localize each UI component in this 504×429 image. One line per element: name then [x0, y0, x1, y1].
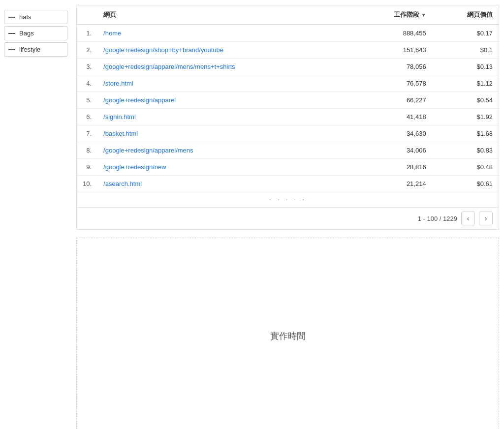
- sidebar-item-lifestyle[interactable]: lifestyle: [4, 42, 67, 57]
- funnel-header-with-dropdown[interactable]: 工作階段 ▼: [394, 10, 426, 19]
- pagination-row: 1 - 100 / 1229 ‹ ›: [77, 207, 499, 229]
- bottom-panel-label: 實作時間: [270, 330, 306, 342]
- row-url[interactable]: /google+redesign/new: [97, 159, 353, 176]
- row-url[interactable]: /signin.html: [97, 109, 353, 125]
- sidebar: hats Bags lifestyle: [0, 5, 71, 429]
- table-body: 1. /home 888,455 $0.17 2. /google+redesi…: [77, 25, 499, 192]
- row-num: 10.: [77, 176, 97, 192]
- page-url-link[interactable]: /google+redesign/apparel: [103, 96, 176, 104]
- row-num: 2.: [77, 42, 97, 59]
- pagination-prev-button[interactable]: ‹: [461, 212, 475, 225]
- table-container: 網頁 工作階段 ▼ 網頁價值: [76, 5, 499, 230]
- row-funnel: 34,006: [353, 142, 432, 159]
- sidebar-item-label: Bags: [19, 30, 34, 37]
- page-url-link[interactable]: /store.html: [103, 80, 133, 87]
- row-funnel: 21,214: [353, 176, 432, 192]
- page-url-link[interactable]: /signin.html: [103, 113, 136, 121]
- row-value: $0.13: [432, 59, 499, 75]
- row-value: $1.12: [432, 75, 499, 92]
- page-url-link[interactable]: /google+redesign/shop+by+brand/youtube: [103, 46, 223, 54]
- table-row: 6. /signin.html 41,418 $1.92: [77, 109, 499, 125]
- row-url[interactable]: /google+redesign/shop+by+brand/youtube: [97, 42, 353, 59]
- row-num: 8.: [77, 142, 97, 159]
- row-funnel: 151,643: [353, 42, 432, 59]
- table-row: 3. /google+redesign/apparel/mens/mens+t+…: [77, 59, 499, 75]
- dash-icon: [8, 49, 15, 50]
- row-value: $0.17: [432, 25, 499, 42]
- main-content: 網頁 工作階段 ▼ 網頁價值: [71, 5, 504, 429]
- row-value: $0.83: [432, 142, 499, 159]
- page-url-link[interactable]: /asearch.html: [103, 180, 142, 187]
- table-row: 4. /store.html 76,578 $1.12: [77, 75, 499, 92]
- dash-icon: [8, 17, 15, 18]
- row-funnel: 888,455: [353, 25, 432, 42]
- funnel-header-label: 工作階段: [394, 10, 419, 19]
- col-num-header: [77, 5, 97, 25]
- sidebar-item-label: lifestyle: [19, 46, 40, 53]
- pagination-next-button[interactable]: ›: [479, 212, 493, 225]
- row-funnel: 28,816: [353, 159, 432, 176]
- row-url[interactable]: /google+redesign/apparel/mens: [97, 142, 353, 159]
- table-header-row: 網頁 工作階段 ▼ 網頁價值: [77, 5, 499, 25]
- col-page-header: 網頁: [97, 5, 353, 25]
- row-funnel: 41,418: [353, 109, 432, 125]
- row-num: 7.: [77, 125, 97, 142]
- row-url[interactable]: /basket.html: [97, 125, 353, 142]
- row-value: $1.68: [432, 125, 499, 142]
- page-url-link[interactable]: /google+redesign/new: [103, 163, 166, 171]
- value-header-label: 網頁價值: [467, 11, 493, 18]
- page-url-link[interactable]: /home: [103, 30, 121, 37]
- page-url-link[interactable]: /google+redesign/apparel/mens/mens+t+shi…: [103, 63, 235, 70]
- col-funnel-header[interactable]: 工作階段 ▼: [353, 5, 432, 25]
- row-url[interactable]: /asearch.html: [97, 176, 353, 192]
- table-row: 2. /google+redesign/shop+by+brand/youtub…: [77, 42, 499, 59]
- table-row: 7. /basket.html 34,630 $1.68: [77, 125, 499, 142]
- row-funnel: 78,056: [353, 59, 432, 75]
- row-url[interactable]: /home: [97, 25, 353, 42]
- row-url[interactable]: /google+redesign/apparel: [97, 92, 353, 109]
- table-row: 8. /google+redesign/apparel/mens 34,006 …: [77, 142, 499, 159]
- row-num: 5.: [77, 92, 97, 109]
- sidebar-item-hats[interactable]: hats: [4, 10, 67, 24]
- row-url[interactable]: /store.html: [97, 75, 353, 92]
- data-table: 網頁 工作階段 ▼ 網頁價值: [77, 5, 499, 192]
- row-url[interactable]: /google+redesign/apparel/mens/mens+t+shi…: [97, 59, 353, 75]
- row-value: $0.54: [432, 92, 499, 109]
- funnel-dropdown-arrow-icon[interactable]: ▼: [421, 12, 426, 18]
- table-row: 9. /google+redesign/new 28,816 $0.48: [77, 159, 499, 176]
- page-url-link[interactable]: /basket.html: [103, 130, 138, 137]
- row-funnel: 66,227: [353, 92, 432, 109]
- row-num: 1.: [77, 25, 97, 42]
- row-num: 6.: [77, 109, 97, 125]
- table-row: 1. /home 888,455 $0.17: [77, 25, 499, 42]
- row-num: 9.: [77, 159, 97, 176]
- page-url-link[interactable]: /google+redesign/apparel/mens: [103, 147, 193, 154]
- row-funnel: 76,578: [353, 75, 432, 92]
- bottom-panel: 實作時間: [76, 238, 499, 429]
- table-ellipsis: · · · · ·: [77, 192, 499, 207]
- row-funnel: 34,630: [353, 125, 432, 142]
- row-num: 3.: [77, 59, 97, 75]
- dash-icon: [8, 33, 15, 34]
- row-value: $0.61: [432, 176, 499, 192]
- table-row: 10. /asearch.html 21,214 $0.61: [77, 176, 499, 192]
- table-row: 5. /google+redesign/apparel 66,227 $0.54: [77, 92, 499, 109]
- row-num: 4.: [77, 75, 97, 92]
- sidebar-item-label: hats: [19, 13, 32, 21]
- row-value: $0.1: [432, 42, 499, 59]
- pagination-label: 1 - 100 / 1229: [418, 215, 457, 222]
- col-value-header: 網頁價值: [432, 5, 499, 25]
- page-header-label: 網頁: [103, 11, 116, 18]
- row-value: $0.48: [432, 159, 499, 176]
- sidebar-item-bags[interactable]: Bags: [4, 26, 67, 40]
- row-value: $1.92: [432, 109, 499, 125]
